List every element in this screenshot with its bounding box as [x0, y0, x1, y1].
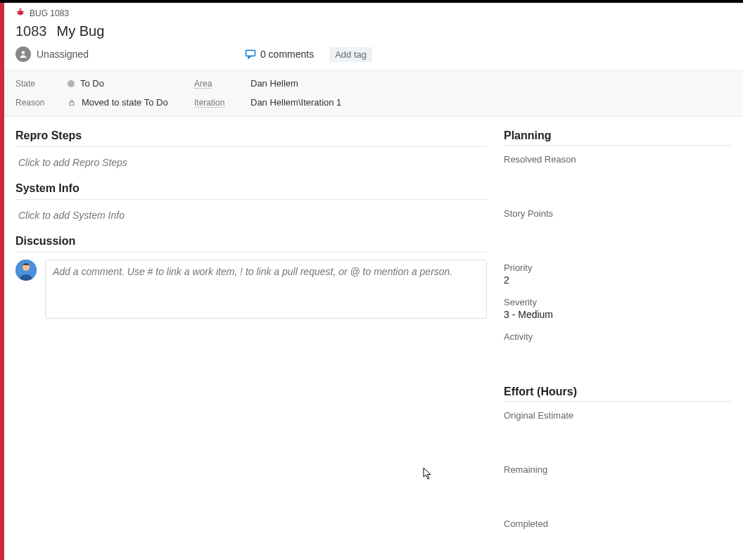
comments-label: 0 comments: [260, 49, 314, 60]
repro-steps-field[interactable]: Click to add Repro Steps: [15, 154, 487, 182]
area-label: Area: [194, 79, 243, 89]
svg-rect-6: [246, 51, 255, 56]
story-points-label: Story Points: [504, 208, 732, 219]
work-item-form: BUG 1083 1083 My Bug Unassigned: [0, 3, 743, 560]
assignee-label: Unassigned: [37, 49, 89, 60]
svg-rect-7: [70, 102, 74, 106]
completed-label: Completed: [504, 518, 732, 529]
completed-field[interactable]: [504, 530, 732, 543]
divider: [15, 146, 487, 147]
svg-point-5: [22, 51, 25, 55]
header-meta-row: Unassigned 0 comments Add tag: [4, 46, 743, 70]
divider: [15, 252, 487, 253]
body-left-column: Repro Steps Click to add Repro Steps Sys…: [4, 117, 504, 560]
severity-label: Severity: [504, 297, 732, 307]
system-info-title: System Info: [15, 182, 487, 195]
state-label: State: [15, 79, 61, 89]
severity-field[interactable]: 3 - Medium: [504, 309, 732, 322]
priority-field[interactable]: 2: [504, 274, 732, 287]
body-row: Repro Steps Click to add Repro Steps Sys…: [4, 117, 743, 560]
assignee-field[interactable]: Unassigned: [15, 46, 89, 62]
header-type-row: BUG 1083: [4, 3, 743, 19]
bug-icon: [15, 7, 25, 19]
original-estimate-label: Original Estimate: [504, 410, 732, 421]
resolved-reason-label: Resolved Reason: [504, 154, 732, 165]
activity-label: Activity: [504, 331, 732, 342]
activity-field[interactable]: [504, 343, 732, 356]
svg-point-0: [18, 10, 23, 15]
main-column: BUG 1083 1083 My Bug Unassigned: [4, 3, 743, 560]
header-title-row: 1083 My Bug: [4, 19, 743, 46]
divider: [504, 401, 732, 402]
comments-link[interactable]: 0 comments: [245, 49, 314, 60]
avatar: [15, 260, 37, 281]
iteration-field[interactable]: Dan Hellem\Iteration 1: [250, 97, 732, 108]
divider: [15, 199, 487, 200]
planning-title: Planning: [504, 129, 732, 142]
resolved-reason-field[interactable]: [504, 166, 732, 179]
effort-title: Effort (Hours): [504, 386, 732, 398]
comment-input[interactable]: Add a comment. Use # to link a work item…: [45, 260, 487, 319]
state-field[interactable]: To Do: [68, 78, 187, 89]
state-dot-icon: [68, 80, 75, 87]
area-field[interactable]: Dan Hellem: [250, 78, 732, 89]
reason-value: Moved to state To Do: [82, 97, 168, 108]
work-item-id: 1083: [15, 23, 47, 39]
priority-label: Priority: [504, 262, 732, 273]
unassigned-person-icon: [15, 46, 31, 62]
state-grid: State To Do Area Dan Hellem Reason Moved…: [4, 70, 743, 117]
iteration-label: Iteration: [194, 98, 243, 108]
system-info-field[interactable]: Click to add System Info: [15, 207, 487, 235]
reason-label: Reason: [15, 98, 61, 108]
header-type-label[interactable]: BUG 1083: [30, 8, 69, 18]
lock-icon: [68, 98, 76, 107]
add-tag-button[interactable]: Add tag: [329, 47, 372, 62]
remaining-label: Remaining: [504, 464, 732, 475]
work-item-title[interactable]: My Bug: [57, 23, 105, 39]
body-right-column: Planning Resolved Reason Story Points Pr…: [504, 117, 743, 560]
reason-field[interactable]: Moved to state To Do: [68, 97, 187, 108]
divider: [504, 145, 732, 146]
discussion-box: Add a comment. Use # to link a work item…: [15, 260, 487, 319]
state-value: To Do: [80, 78, 104, 89]
repro-steps-title: Repro Steps: [15, 129, 487, 142]
original-estimate-field[interactable]: [504, 422, 732, 435]
discussion-title: Discussion: [15, 235, 487, 248]
story-points-field[interactable]: [504, 220, 732, 233]
remaining-field[interactable]: [504, 476, 732, 489]
